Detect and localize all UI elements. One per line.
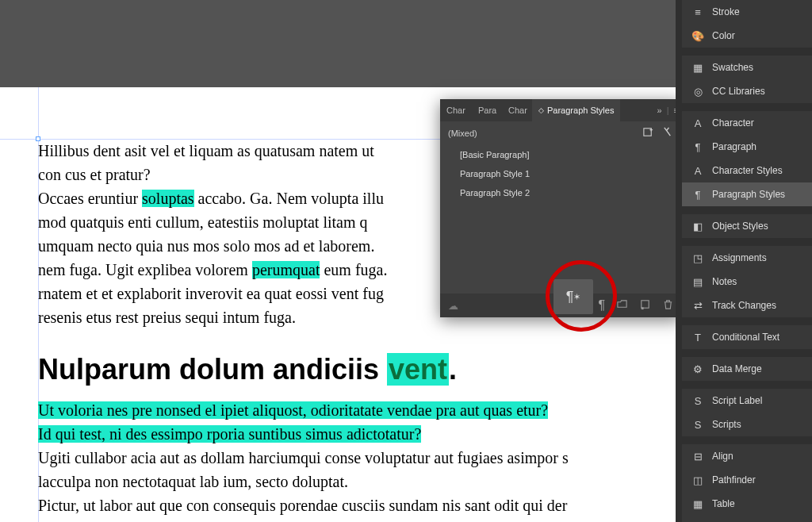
- dock-item-label: Track Changes: [712, 300, 802, 311]
- dock-item-swatches[interactable]: ▦Swatches: [682, 56, 812, 79]
- style-item-basic-paragraph[interactable]: [Basic Paragraph]: [440, 145, 682, 164]
- style-item-paragraph-style-1[interactable]: Paragraph Style 1: [440, 164, 682, 183]
- table-icon: ▦: [691, 497, 704, 510]
- dock-item-label: Data Merge: [712, 363, 802, 374]
- highlighted-line: Id qui test, ni des essimpo rporia sunti…: [38, 425, 421, 443]
- dock-item-label: Conditional Text: [712, 332, 802, 343]
- paragraph-styles-icon: ¶: [691, 188, 704, 201]
- headline: Nulparum dolum andiciis vent.: [38, 353, 680, 386]
- dock-item-label: Paragraph Styles: [712, 189, 802, 200]
- paragraph-icon: ¶: [691, 140, 704, 153]
- dock-item-notes[interactable]: ▤Notes: [682, 270, 812, 294]
- dock-item-label: Paragraph: [712, 141, 802, 152]
- delete-style-icon[interactable]: [662, 298, 674, 313]
- notes-icon: ▤: [691, 275, 704, 288]
- panel-tabs: Char Para Char ◇Paragraph Styles » | ≡: [440, 99, 682, 121]
- cloud-sync-icon[interactable]: ☁: [448, 300, 458, 312]
- dock-item-scripts[interactable]: SScripts: [682, 413, 812, 436]
- highlighted-word: vent: [387, 353, 449, 386]
- dock-resize-handle[interactable]: [676, 0, 682, 522]
- dock-item-script-label[interactable]: SScript Label: [682, 389, 812, 413]
- styles-list: [Basic Paragraph] Paragraph Style 1 Para…: [440, 145, 682, 202]
- new-folder-icon[interactable]: [616, 298, 628, 313]
- dock-item-paragraph-styles[interactable]: ¶Paragraph Styles: [682, 182, 812, 206]
- clear-overrides-button-icon[interactable]: ¶: [598, 298, 605, 313]
- dock-item-object-styles[interactable]: ◧Object Styles: [682, 214, 812, 238]
- highlighted-word: perumquat: [252, 261, 320, 278]
- highlighted-line: Ut voloria nes pre nonsed el ipiet aliqu…: [38, 401, 548, 419]
- expand-panel-icon[interactable]: »: [657, 106, 662, 115]
- assignments-icon: ◳: [691, 251, 704, 264]
- stroke-icon: ≡: [691, 6, 704, 18]
- dock-item-label: Notes: [712, 276, 802, 287]
- align-icon: ⊟: [691, 450, 704, 463]
- style-item-paragraph-style-2[interactable]: Paragraph Style 2: [440, 183, 682, 202]
- dock-item-label: Swatches: [712, 62, 802, 73]
- script-label-icon: S: [691, 394, 704, 407]
- dock-item-conditional-text[interactable]: TConditional Text: [682, 325, 812, 349]
- dock-item-label: Assignments: [712, 252, 802, 263]
- dock-item-cc-libraries[interactable]: ◎CC Libraries: [682, 79, 812, 103]
- dock-item-label: Align: [712, 451, 802, 462]
- conditional-text-icon: T: [691, 331, 704, 344]
- cc-libraries-icon: ◎: [691, 85, 704, 98]
- dock-item-track-changes[interactable]: ⇄Track Changes: [682, 294, 812, 317]
- dock-item-table[interactable]: ▦Table: [682, 492, 812, 516]
- dock-item-label: Scripts: [712, 419, 802, 430]
- dock-item-label: Pathfinder: [712, 474, 802, 486]
- swatches-icon: ▦: [691, 61, 704, 74]
- dock-item-label: Object Styles: [712, 221, 802, 232]
- scripts-icon: S: [691, 418, 704, 431]
- svg-rect-3: [642, 301, 649, 308]
- dock-item-color[interactable]: 🎨Color: [682, 24, 812, 48]
- dock-item-label: Script Label: [712, 395, 802, 406]
- dock-item-table-styles[interactable]: ▦Table Styles: [682, 516, 812, 522]
- paragraph-clear-icon: ¶✶: [566, 289, 581, 305]
- panel-divider-icon: |: [667, 106, 669, 115]
- panel-tab-paragraph-styles[interactable]: ◇Paragraph Styles: [532, 99, 620, 121]
- character-styles-icon: A: [691, 164, 704, 177]
- character-icon: A: [691, 117, 704, 129]
- color-icon: 🎨: [691, 29, 704, 42]
- dock-item-label: Character Styles: [712, 165, 802, 176]
- dock-item-stroke[interactable]: ≡Stroke: [682, 0, 812, 24]
- object-styles-icon: ◧: [691, 220, 704, 232]
- panel-tab-character[interactable]: Char: [440, 99, 472, 121]
- current-style-label: (Mixed): [448, 129, 477, 138]
- pathfinder-icon: ◫: [691, 474, 704, 486]
- panel-tab-paragraph[interactable]: Para: [472, 99, 502, 121]
- dock-item-label: CC Libraries: [712, 86, 802, 97]
- dock-item-paragraph[interactable]: ¶Paragraph: [682, 135, 812, 159]
- collapse-arrows-icon: ◇: [538, 106, 544, 114]
- dock-item-label: Stroke: [712, 6, 802, 17]
- dock-item-label: Table: [712, 498, 802, 509]
- dock-item-character[interactable]: ACharacter: [682, 111, 812, 135]
- body-text: Ut voloria nes pre nonsed el ipiet aliqu…: [38, 398, 680, 517]
- highlighted-word: soluptas: [142, 190, 194, 207]
- right-panel-dock: ≡Stroke🎨Color▦Swatches◎CC LibrariesAChar…: [682, 0, 812, 522]
- track-changes-icon: ⇄: [691, 299, 704, 312]
- clear-overrides-icon[interactable]: [662, 126, 674, 140]
- dock-item-label: Color: [712, 30, 802, 41]
- dock-item-data-merge[interactable]: ⚙Data Merge: [682, 357, 812, 381]
- panel-header: (Mixed): [440, 121, 682, 145]
- new-group-icon[interactable]: [642, 126, 654, 140]
- dock-item-character-styles[interactable]: ACharacter Styles: [682, 159, 812, 182]
- dock-item-align[interactable]: ⊟Align: [682, 444, 812, 468]
- dock-item-assignments[interactable]: ◳Assignments: [682, 246, 812, 270]
- dock-item-pathfinder[interactable]: ◫Pathfinder: [682, 468, 812, 492]
- dock-item-label: Character: [712, 117, 802, 129]
- new-style-icon[interactable]: [639, 298, 651, 313]
- data-merge-icon: ⚙: [691, 363, 704, 375]
- clear-overrides-highlighted-button[interactable]: ¶✶: [553, 279, 593, 314]
- panel-tab-character-styles[interactable]: Char: [502, 99, 532, 121]
